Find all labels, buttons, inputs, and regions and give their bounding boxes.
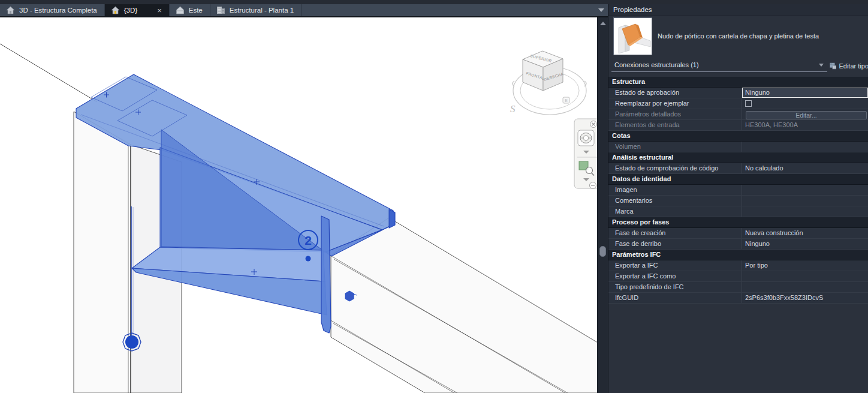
compass-south-label[interactable]: S	[510, 103, 516, 115]
property-row: Marca	[608, 206, 868, 217]
checkbox[interactable]	[745, 100, 752, 107]
type-preview-image[interactable]	[613, 17, 652, 55]
property-row: Fase de creaciónNueva construcción	[608, 228, 868, 239]
edit-type-button[interactable]: Editar tipo	[830, 59, 868, 73]
home-icon	[111, 6, 120, 14]
property-row: Elementos de entradaHE300A, HE300A	[608, 120, 868, 131]
property-grid: EstructuraEstado de aprobaciónNingunoRee…	[608, 77, 868, 304]
navbar-minimize-icon[interactable]	[590, 182, 596, 189]
property-section-header: Proceso por fases	[608, 217, 868, 228]
anchor-bolt-symbol[interactable]	[123, 333, 141, 351]
tab-label: 3D - Estructura Completa	[19, 7, 97, 14]
tab-close-icon[interactable]: ×	[157, 7, 162, 14]
svg-text:2: 2	[305, 233, 312, 247]
property-label: Elementos de entrada	[608, 120, 742, 130]
scrollbar-thumb[interactable]	[599, 246, 606, 257]
navigation-bar[interactable]	[574, 119, 597, 189]
property-label: Marca	[608, 206, 742, 217]
property-value[interactable]: Ninguno	[742, 88, 868, 98]
editar-button[interactable]: Editar...	[746, 111, 867, 119]
property-label: Fase de derribo	[608, 239, 742, 249]
steel-beam[interactable]	[331, 218, 597, 393]
title-strip	[0, 0, 868, 4]
tab-label: {3D}	[124, 7, 137, 14]
viewcube[interactable]: S E SUPERIOR FRONTAL DERECHA	[510, 51, 586, 115]
property-value[interactable]	[742, 185, 868, 195]
type-selector-row: Conexiones estructurales (1) Editar tipo	[608, 59, 868, 74]
property-row: Estado de aprobaciónNinguno	[608, 88, 868, 98]
property-value[interactable]: HE300A, HE300A	[742, 120, 868, 130]
view-tab-4[interactable]: Estructural - Planta 1	[210, 4, 302, 16]
property-row: Imagen	[608, 185, 868, 196]
compass-east-label[interactable]: E	[565, 98, 568, 103]
category-selector[interactable]: Conexiones estructurales (1)	[611, 59, 827, 72]
selector-chevron-icon[interactable]	[819, 64, 824, 67]
property-section-header: Parámetros IFC	[608, 250, 868, 260]
property-value[interactable]: 2sP6s3f0b3Fxx58Z3IDcvS	[742, 293, 868, 303]
property-value[interactable]	[742, 142, 868, 152]
property-section-header: Cotas	[608, 131, 868, 142]
type-name: Nudo de pórtico con cartela de chapa y p…	[658, 16, 866, 56]
property-value[interactable]	[742, 282, 868, 292]
property-row: IfcGUID2sP6s3f0b3Fxx58Z3IDcvS	[608, 293, 868, 304]
view-tab-3[interactable]: Este	[170, 4, 210, 16]
property-label: Fase de creación	[608, 228, 742, 238]
property-label: IfcGUID	[608, 293, 742, 303]
tab-label: Este	[189, 7, 203, 14]
view-tab-bar: 3D - Estructura Completa{3D}×EsteEstruct…	[0, 4, 608, 17]
3d-scene: 2 S E SUPERIOR FRONTAL DERECHA	[0, 17, 597, 393]
property-value[interactable]	[742, 206, 868, 217]
property-label: Imagen	[608, 185, 742, 195]
property-label: Reemplazar por ejemplar	[608, 98, 742, 109]
view-tab-1[interactable]: 3D - Estructura Completa	[0, 4, 105, 16]
property-value[interactable]	[742, 196, 868, 206]
home-icon	[6, 6, 15, 14]
steering-wheel-icon[interactable]	[578, 130, 594, 146]
property-value[interactable]: Nueva construcción	[742, 228, 868, 238]
3d-viewport[interactable]: 2 S E SUPERIOR FRONTAL DERECHA	[0, 17, 597, 393]
navbar-close-icon[interactable]	[590, 121, 597, 128]
property-row: Comentarios	[608, 196, 868, 206]
grid-reference-line	[0, 44, 97, 102]
property-row: Exportar a IFC como	[608, 271, 868, 282]
connection-dot	[306, 256, 311, 262]
revit-window: 3D - Estructura Completa{3D}×EsteEstruct…	[0, 0, 868, 393]
category-selector-label: Conexiones estructurales (1)	[614, 61, 699, 68]
property-section-header: Datos de identidad	[608, 174, 868, 185]
property-section-header: Estructura	[608, 77, 868, 88]
tab-overflow-chevron-icon[interactable]	[598, 8, 604, 12]
floor-plan-icon	[216, 6, 225, 14]
property-value[interactable]: Por tipo	[742, 260, 868, 271]
properties-panel: Propiedades Nudo de pórtico con cartela …	[608, 4, 868, 393]
property-section-header: Análisis estructural	[608, 152, 868, 163]
property-label: Exportar a IFC	[608, 260, 742, 271]
elevation-marker-icon	[176, 6, 185, 14]
property-row: Estado de comprobación de códigoNo calcu…	[608, 163, 868, 174]
property-label: Volumen	[608, 142, 742, 152]
property-row: Volumen	[608, 142, 868, 152]
edit-type-icon	[830, 62, 836, 70]
property-row: Reemplazar por ejemplar	[608, 98, 868, 109]
property-label: Estado de aprobación	[608, 88, 742, 98]
property-label: Comentarios	[608, 196, 742, 206]
property-label: Exportar a IFC como	[608, 271, 742, 281]
property-value[interactable]	[742, 98, 868, 109]
property-value[interactable]	[742, 271, 868, 281]
property-value[interactable]: No calculado	[742, 163, 868, 173]
property-row: Tipo predefinido de IFC	[608, 282, 868, 293]
scrollbar-up-arrow-icon[interactable]	[600, 22, 606, 25]
viewport-scrollbar[interactable]	[597, 17, 608, 393]
type-preview-row: Nudo de pórtico con cartela de chapa y p…	[608, 16, 868, 59]
property-label: Estado de comprobación de código	[608, 163, 742, 173]
property-row: Parámetros detalladosEditar...	[608, 109, 868, 120]
property-label: Parámetros detallados	[608, 109, 742, 119]
edit-type-label: Editar tipo	[839, 62, 868, 70]
properties-panel-title: Propiedades	[608, 4, 868, 16]
property-value[interactable]: Editar...	[742, 109, 868, 119]
property-label: Tipo predefinido de IFC	[608, 282, 742, 292]
tab-label: Estructural - Planta 1	[230, 7, 294, 14]
view-tab-2[interactable]: {3D}×	[105, 4, 170, 16]
property-row: Exportar a IFCPor tipo	[608, 260, 868, 271]
property-value[interactable]: Ninguno	[742, 239, 868, 249]
property-row: Fase de derriboNinguno	[608, 239, 868, 250]
